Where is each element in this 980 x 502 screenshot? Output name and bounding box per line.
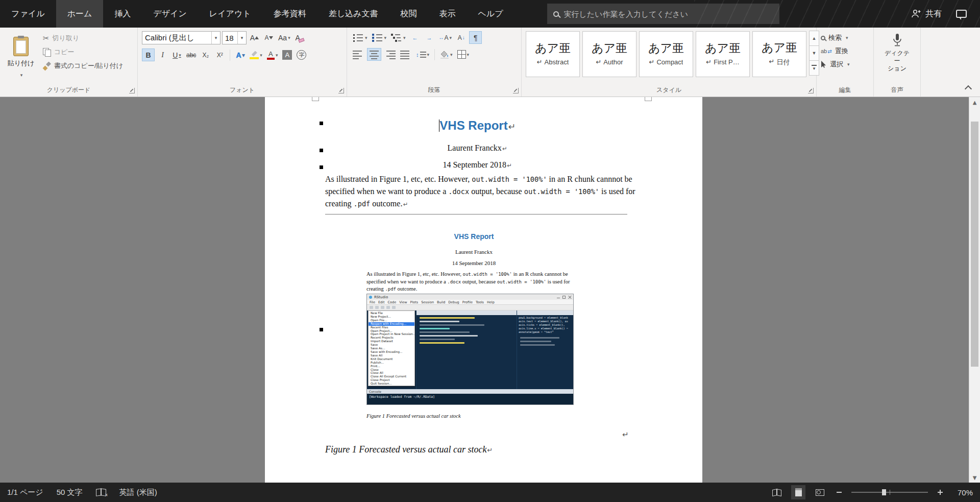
style-mark: ↵: [706, 58, 712, 66]
align-left-icon: [353, 50, 364, 59]
styles-dialog-launcher[interactable]: [808, 88, 814, 93]
bold-button[interactable]: B: [142, 49, 155, 61]
enclose-characters-button[interactable]: 字: [295, 49, 308, 61]
ribbon-tab[interactable]: ファイル: [0, 0, 56, 28]
proofing-icon[interactable]: ✕: [96, 489, 106, 496]
grow-font-button[interactable]: A: [248, 32, 261, 44]
bullet-list-button[interactable]: [351, 31, 369, 44]
paragraph-dialog-launcher[interactable]: [513, 88, 519, 93]
code-line: axis.line.x = element_blank() =: [519, 327, 572, 330]
read-mode-icon: [772, 489, 781, 495]
line-spacing-button[interactable]: ↕: [414, 48, 431, 61]
document-page[interactable]: VHS Report↵ Laurent Franckx↵ 14 Septembe…: [265, 97, 702, 483]
font-size-combo[interactable]: 18: [222, 31, 247, 44]
style-card-date[interactable]: あア亜 ↵日付: [752, 31, 806, 77]
scrollbar-thumb[interactable]: [971, 122, 978, 367]
scroll-up-button[interactable]: ▲: [969, 97, 980, 107]
font-name-dropdown-arrow[interactable]: [211, 32, 220, 44]
ribbon-tab[interactable]: 挿入: [103, 0, 142, 28]
style-card-abstract[interactable]: あア亜 ↵Abstract: [526, 31, 580, 77]
voice-group-label: 音声: [874, 86, 920, 94]
select-button[interactable]: 選択: [821, 58, 869, 71]
body-paragraph[interactable]: As illustrated in Figure 1, etc, etc. Ho…: [325, 173, 635, 210]
ribbon-tab[interactable]: ホーム: [56, 0, 104, 28]
show-formatting-marks-button[interactable]: ¶: [469, 31, 482, 44]
numbered-list-button[interactable]: [371, 31, 388, 44]
clipboard-small-buttons: ✂ 切り取り コピー 書式のコピー/貼り付け: [43, 31, 123, 83]
clear-formatting-button[interactable]: A: [293, 32, 306, 44]
borders-button[interactable]: [456, 48, 471, 61]
ribbon-tab[interactable]: 参考資料: [262, 0, 317, 28]
ribbon-tab[interactable]: レイアウト: [198, 0, 262, 28]
paste-button[interactable]: 貼り付け: [4, 31, 38, 83]
strikethrough-button[interactable]: abc: [185, 49, 198, 61]
zoom-out-button[interactable]: [834, 487, 844, 497]
paste-dropdown-arrow[interactable]: [19, 70, 23, 78]
justify-button[interactable]: [399, 48, 413, 61]
decrease-indent-button[interactable]: ←: [409, 31, 422, 44]
font-size-dropdown-arrow[interactable]: [237, 32, 246, 44]
print-layout-button[interactable]: [791, 485, 805, 499]
align-left-button[interactable]: [351, 48, 365, 61]
style-card-author[interactable]: あア亜 ↵Author: [582, 31, 636, 77]
character-shading-button[interactable]: A: [281, 49, 293, 61]
text-effects-button[interactable]: A: [234, 49, 247, 61]
statusbar-left: 1/1 ページ 50 文字 ✕ 英語 (米国): [7, 488, 157, 497]
cut-button[interactable]: ✂ 切り取り: [43, 32, 123, 44]
align-center-button[interactable]: [367, 48, 381, 61]
superscript-button[interactable]: X²: [213, 49, 226, 61]
ribbon-tab[interactable]: デザイン: [142, 0, 198, 28]
font-name-value: Calibri (見出し: [145, 33, 194, 43]
search-input[interactable]: [564, 10, 773, 18]
font-name-combo[interactable]: Calibri (見出し: [142, 31, 220, 44]
web-layout-button[interactable]: [813, 485, 827, 499]
format-painter-button[interactable]: 書式のコピー/貼り付け: [43, 60, 123, 71]
zoom-level[interactable]: 70%: [952, 488, 973, 497]
sort-button[interactable]: A: [455, 31, 468, 44]
copy-button[interactable]: コピー: [43, 46, 123, 58]
underline-button[interactable]: U: [170, 49, 183, 61]
clipboard-dialog-launcher[interactable]: [129, 88, 135, 93]
document-date-line[interactable]: 14 September 2018↵: [325, 160, 629, 170]
highlight-color-button[interactable]: [248, 49, 264, 61]
find-button[interactable]: 検索: [821, 31, 869, 44]
subscript-button[interactable]: X₂: [199, 49, 212, 61]
rstudio-console-output: [Workspace loaded from ~/R/.RData]: [367, 394, 573, 404]
rstudio-screenshot-image[interactable]: RStudio FileEditCodeViewPlotsSessionBuil…: [366, 294, 574, 405]
language-indicator[interactable]: 英語 (米国): [119, 488, 157, 497]
collapse-ribbon-icon[interactable]: [965, 85, 972, 92]
multilevel-list-button[interactable]: [389, 31, 407, 44]
style-card-compact[interactable]: あア亜 ↵Compact: [639, 31, 693, 77]
zoom-slider[interactable]: [851, 492, 928, 493]
shading-button[interactable]: [438, 48, 454, 61]
document-title-line[interactable]: VHS Report↵: [325, 118, 629, 133]
zoom-slider-thumb[interactable]: [882, 489, 886, 495]
italic-button[interactable]: I: [156, 49, 169, 61]
zoom-in-button[interactable]: [935, 487, 945, 497]
editing-group-label: 編集: [817, 86, 873, 94]
change-case-button[interactable]: Aa: [277, 32, 292, 44]
extended-formatting-button[interactable]: A: [437, 31, 454, 44]
align-right-button[interactable]: [383, 48, 397, 61]
shrink-font-button[interactable]: A: [262, 32, 275, 44]
word-count[interactable]: 50 文字: [57, 488, 83, 497]
font-dialog-launcher[interactable]: [338, 88, 344, 93]
figure-caption-line[interactable]: Figure 1 Forecasted versus actual car st…: [325, 444, 493, 455]
style-card-first-paragraph[interactable]: あア亜 ↵First P…: [696, 31, 750, 77]
dictate-button[interactable]: ディクテー ション: [878, 31, 916, 74]
share-button[interactable]: 共有: [911, 9, 942, 19]
ribbon-tab[interactable]: 差し込み文書: [317, 0, 389, 28]
page-indicator[interactable]: 1/1 ページ: [7, 488, 43, 497]
comments-icon[interactable]: [956, 10, 967, 18]
font-color-button[interactable]: A: [265, 49, 280, 61]
read-mode-button[interactable]: [770, 485, 784, 499]
document-author-line[interactable]: Laurent Franckx↵: [325, 144, 629, 153]
scroll-down-button[interactable]: ▼: [969, 472, 980, 483]
increase-indent-button[interactable]: →: [423, 31, 436, 44]
replace-button[interactable]: ab 置換: [821, 44, 869, 58]
tell-me-search[interactable]: [547, 4, 779, 24]
ribbon-tab[interactable]: 表示: [428, 0, 467, 28]
ribbon-tab[interactable]: ヘルプ: [467, 0, 514, 28]
ribbon-tab[interactable]: 校閲: [389, 0, 428, 28]
vertical-scrollbar[interactable]: ▲ ▼: [969, 97, 980, 483]
